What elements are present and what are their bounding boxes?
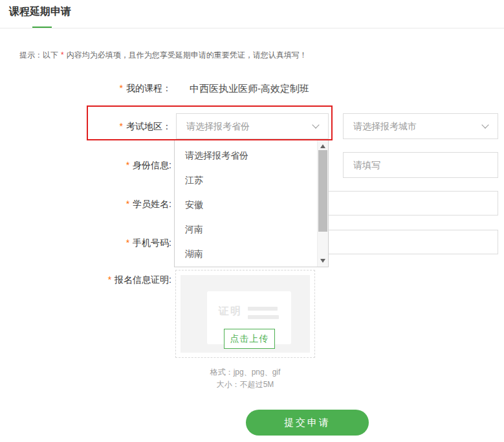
page-title: 课程延期申请 (9, 5, 71, 19)
dropdown-option[interactable]: 河南 (175, 217, 328, 241)
required-star: * (126, 199, 129, 209)
certificate-watermark: 证明 (219, 305, 242, 318)
size-hint: 大小：不超过5M (175, 379, 315, 390)
scroll-up-icon[interactable] (320, 144, 325, 148)
label-text: 我的课程： (126, 83, 171, 93)
header-divider (0, 28, 504, 28)
required-star: * (120, 121, 123, 131)
upload-button[interactable]: 点击上传 (224, 329, 275, 349)
required-star: * (120, 83, 123, 93)
city-select[interactable]: 请选择报考城市 (343, 113, 498, 139)
required-star: * (126, 160, 129, 170)
label-exam-region: *考试地区： (0, 120, 171, 133)
required-star: * (108, 274, 111, 285)
form-hint: 提示：以下*内容均为必填项，且作为您享受延期申请的重要凭证，请您认真填写！ (19, 50, 307, 61)
upload-inner-area: 证明 点击上传 (181, 275, 310, 353)
label-identity-info: *身份信息: (0, 159, 171, 171)
label-phone-number: *手机号码: (0, 236, 171, 249)
scrollbar-thumb[interactable] (318, 150, 327, 232)
label-text: 身份信息: (133, 160, 171, 170)
placeholder-line (248, 307, 278, 311)
placeholder-line (248, 315, 279, 319)
dropdown-option[interactable]: 江苏 (175, 168, 328, 192)
dropdown-option[interactable]: 请选择报考省份 (175, 143, 328, 168)
scroll-down-icon[interactable] (320, 259, 325, 263)
course-extension-form-page: 课程延期申请 提示：以下*内容均为必填项，且作为您享受延期申请的重要凭证，请您认… (0, 0, 504, 442)
upload-dropzone[interactable]: 证明 点击上传 (175, 270, 315, 358)
label-my-course: *我的课程： (0, 82, 171, 94)
label-text: 手机号码: (133, 238, 171, 248)
label-text: 考试地区： (126, 121, 171, 131)
label-text: 报名信息证明: (115, 274, 171, 285)
dropdown-option[interactable]: 安徽 (175, 192, 328, 217)
province-select[interactable]: 请选择报考省份 (176, 113, 329, 139)
province-dropdown: 请选择报考省份 江苏 安徽 河南 湖南 (174, 140, 329, 267)
label-registration-proof: *报名信息证明: (0, 273, 171, 286)
label-text: 学员姓名: (133, 199, 171, 209)
dropdown-scrollbar[interactable] (317, 140, 328, 267)
course-value: 中西医执业医师-高效定制班 (190, 82, 309, 95)
required-star: * (126, 238, 129, 248)
province-select-placeholder: 请选择报考省份 (186, 121, 250, 131)
submit-button[interactable]: 提交申请 (246, 410, 369, 436)
hint-prefix: 提示：以下 (19, 50, 58, 60)
identity-input[interactable] (343, 152, 498, 178)
label-student-name: *学员姓名: (0, 197, 171, 210)
hint-suffix: 内容均为必填项，且作为您享受延期申请的重要凭证，请您认真填写！ (67, 50, 307, 60)
city-select-placeholder: 请选择报考城市 (353, 121, 417, 131)
chevron-down-icon (312, 121, 319, 128)
dropdown-option[interactable]: 湖南 (175, 241, 328, 266)
format-hint: 格式：jpg、png、gif (175, 367, 315, 378)
chevron-down-icon (481, 121, 488, 128)
required-star: * (61, 50, 64, 60)
